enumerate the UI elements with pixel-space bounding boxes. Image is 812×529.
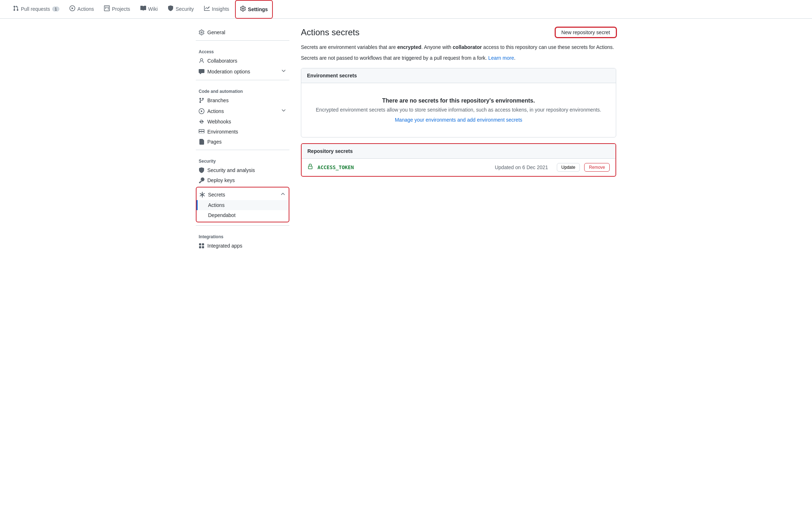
asterisk-icon <box>199 192 205 198</box>
nav-tab-actions-label: Actions <box>77 6 94 12</box>
nav-tab-insights[interactable]: Insights <box>200 0 234 19</box>
new-repository-secret-button[interactable]: New repository secret <box>555 27 616 37</box>
page-title: Actions secrets <box>301 27 360 37</box>
manage-environments-link[interactable]: Manage your environments and add environ… <box>395 117 522 123</box>
main-header: Actions secrets New repository secret <box>301 27 616 37</box>
pull-request-icon <box>13 5 19 12</box>
sidebar-section-code: Code and automation <box>196 83 289 95</box>
nav-tab-pull-requests-label: Pull requests <box>21 6 50 12</box>
sidebar-item-pages[interactable]: Pages <box>196 137 289 147</box>
sidebar-branches-label: Branches <box>207 98 229 103</box>
sidebar-item-branches[interactable]: Branches <box>196 95 289 105</box>
sidebar-item-secrets[interactable]: Secrets <box>197 189 289 200</box>
gear-icon <box>199 30 204 35</box>
chevron-down-icon <box>281 68 287 75</box>
sidebar-item-deploy-keys[interactable]: Deploy keys <box>196 175 289 185</box>
sidebar-item-moderation[interactable]: Moderation options <box>196 66 289 77</box>
sidebar-item-general[interactable]: General <box>196 27 289 37</box>
shield-icon <box>199 167 204 173</box>
learn-more-link[interactable]: Learn more <box>488 55 514 61</box>
pull-requests-badge: 1 <box>52 6 59 12</box>
nav-tab-projects-label: Projects <box>112 6 130 12</box>
play-icon <box>199 108 204 114</box>
nav-tab-projects[interactable]: Projects <box>100 0 135 19</box>
secret-row-access-token: ACCESS_TOKEN Updated on 6 Dec 2021 Updat… <box>302 159 615 176</box>
actions-nav-icon <box>69 5 75 12</box>
sidebar-pages-label: Pages <box>207 139 222 145</box>
sidebar-item-webhooks[interactable]: Webhooks <box>196 117 289 127</box>
sidebar-secrets-box: Secrets Actions Dependabot <box>196 187 289 222</box>
pages-icon <box>199 139 204 145</box>
apps-icon <box>199 243 204 249</box>
sidebar-item-security-analysis[interactable]: Security and analysis <box>196 165 289 175</box>
sidebar-moderation-label: Moderation options <box>207 69 250 74</box>
projects-nav-icon <box>104 5 110 12</box>
nav-tab-insights-label: Insights <box>212 6 229 12</box>
security-nav-icon <box>168 5 173 12</box>
env-section-header: Environment secrets <box>301 68 616 83</box>
server-icon <box>199 129 204 135</box>
env-empty-state: There are no secrets for this repository… <box>301 83 616 137</box>
nav-tab-settings[interactable]: Settings <box>235 0 273 19</box>
main-content: Actions secrets New repository secret Se… <box>301 27 616 251</box>
sidebar-item-collaborators[interactable]: Collaborators <box>196 56 289 66</box>
branch-icon <box>199 98 204 103</box>
person-icon <box>199 58 204 64</box>
nav-tab-wiki[interactable]: Wiki <box>136 0 162 19</box>
secret-updated-access-token: Updated on 6 Dec 2021 <box>495 164 548 170</box>
insights-nav-icon <box>204 5 210 12</box>
nav-tab-security[interactable]: Security <box>163 0 198 19</box>
sidebar-integrated-apps-label: Integrated apps <box>207 243 242 249</box>
sidebar-subitem-dependabot[interactable]: Dependabot <box>197 210 289 220</box>
sidebar-section-security: Security <box>196 153 289 165</box>
nav-tab-security-label: Security <box>176 6 194 12</box>
wiki-nav-icon <box>140 5 146 12</box>
nav-tab-pull-requests[interactable]: Pull requests 1 <box>9 0 64 19</box>
nav-tab-actions[interactable]: Actions <box>65 0 98 19</box>
chevron-down-icon-2 <box>281 108 287 114</box>
description-1: Secrets are environment variables that a… <box>301 43 616 51</box>
lock-icon <box>307 164 313 171</box>
environment-secrets-section: Environment secrets There are no secrets… <box>301 68 616 137</box>
key-icon <box>199 177 204 183</box>
sidebar-security-analysis-label: Security and analysis <box>207 167 255 173</box>
nav-tab-wiki-label: Wiki <box>148 6 158 12</box>
sidebar-general-label: General <box>207 30 225 35</box>
sidebar-webhooks-label: Webhooks <box>207 119 231 125</box>
secret-name-access-token: ACCESS_TOKEN <box>317 164 354 170</box>
sidebar-section-integrations: Integrations <box>196 229 289 241</box>
top-navigation: Pull requests 1 Actions Projects Wiki <box>0 0 812 19</box>
sidebar-item-environments[interactable]: Environments <box>196 127 289 137</box>
repo-secrets-section: Repository secrets ACCESS_TOKEN Updated … <box>301 143 616 177</box>
sidebar-item-actions[interactable]: Actions <box>196 105 289 117</box>
sidebar: General Access Collaborators Moderation … <box>196 27 289 251</box>
repo-section-header: Repository secrets <box>302 144 615 159</box>
sidebar-divider-4 <box>196 225 289 226</box>
sidebar-item-integrated-apps[interactable]: Integrated apps <box>196 241 289 251</box>
sidebar-secrets-actions-label: Actions <box>208 202 225 208</box>
sidebar-section-access: Access <box>196 44 289 56</box>
description-2: Secrets are not passed to workflows that… <box>301 54 616 62</box>
sidebar-secrets-label: Secrets <box>208 192 225 198</box>
sidebar-subitem-actions[interactable]: Actions <box>197 200 289 210</box>
sidebar-divider-3 <box>196 150 289 150</box>
settings-nav-icon <box>240 6 246 13</box>
chevron-up-icon <box>280 191 286 198</box>
encrypted-bold: encrypted <box>397 44 421 50</box>
sidebar-actions-label: Actions <box>207 108 224 114</box>
remove-secret-button[interactable]: Remove <box>584 163 610 172</box>
nav-tab-settings-label: Settings <box>248 6 268 12</box>
sidebar-secrets-dependabot-label: Dependabot <box>208 212 235 218</box>
update-secret-button[interactable]: Update <box>557 163 580 172</box>
collaborator-bold: collaborator <box>453 44 482 50</box>
sidebar-collaborators-label: Collaborators <box>207 58 237 64</box>
webhook-icon <box>199 119 204 125</box>
comment-icon <box>199 69 204 74</box>
env-empty-title: There are no secrets for this repository… <box>307 98 610 104</box>
page-layout: General Access Collaborators Moderation … <box>190 19 622 259</box>
sidebar-divider-1 <box>196 40 289 41</box>
sidebar-deploy-keys-label: Deploy keys <box>207 177 235 183</box>
sidebar-environments-label: Environments <box>207 129 238 135</box>
env-empty-desc: Encrypted environment secrets allow you … <box>307 107 610 113</box>
sidebar-divider-2 <box>196 80 289 80</box>
